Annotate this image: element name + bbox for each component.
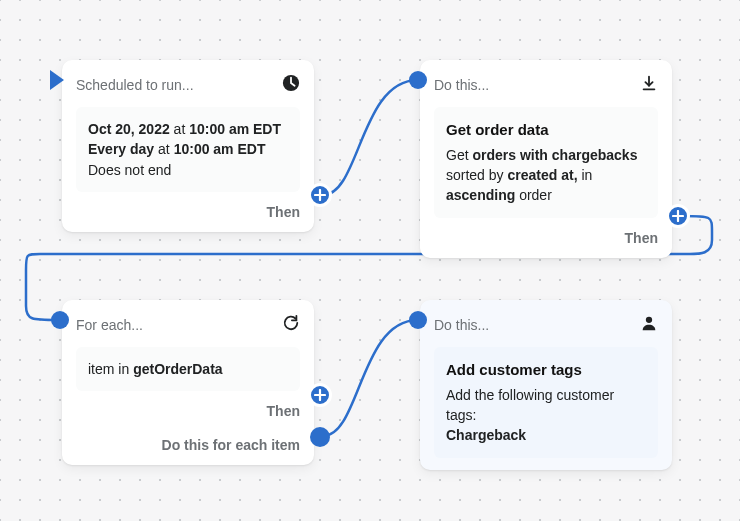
- get-order-data-card[interactable]: Do this... Get order data Get orders wit…: [420, 60, 672, 258]
- node-connector-dot: [51, 311, 69, 329]
- scheduled-body: Oct 20, 2022 at 10:00 am EDT Every day a…: [76, 107, 300, 192]
- for-each-header: For each...: [76, 317, 143, 333]
- get-order-body: Get order data Get orders with chargebac…: [434, 107, 658, 218]
- download-icon: [640, 74, 658, 95]
- add-step-button[interactable]: [308, 183, 332, 207]
- refresh-icon: [282, 314, 300, 335]
- person-icon: [640, 314, 658, 335]
- do-this-header: Do this...: [434, 317, 489, 333]
- do-this-header: Do this...: [434, 77, 489, 93]
- scheduled-card[interactable]: Scheduled to run... Oct 20, 2022 at 10:0…: [62, 60, 314, 232]
- scheduled-header: Scheduled to run...: [76, 77, 194, 93]
- node-connector-dot: [409, 311, 427, 329]
- clock-icon: [282, 74, 300, 95]
- then-label: Then: [625, 230, 658, 246]
- add-step-button[interactable]: [308, 383, 332, 407]
- for-each-card[interactable]: For each... item in getOrderData Then Do…: [62, 300, 314, 465]
- add-tags-body: Add customer tags Add the following cust…: [434, 347, 658, 458]
- add-step-button[interactable]: [666, 204, 690, 228]
- start-trigger-icon: [50, 70, 64, 90]
- for-each-footer: Do this for each item: [162, 437, 300, 453]
- add-customer-tags-card[interactable]: Do this... Add customer tags Add the fol…: [420, 300, 672, 470]
- for-each-body: item in getOrderData: [76, 347, 300, 391]
- then-label: Then: [267, 204, 300, 220]
- then-label: Then: [267, 403, 300, 419]
- for-each-item-dot: [310, 427, 330, 447]
- svg-point-1: [646, 317, 652, 323]
- node-connector-dot: [409, 71, 427, 89]
